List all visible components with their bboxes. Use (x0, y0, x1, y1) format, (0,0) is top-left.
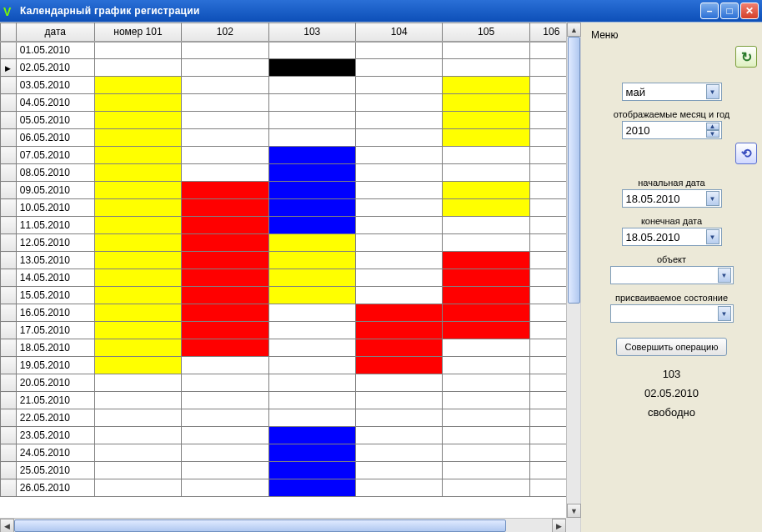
status-cell[interactable] (443, 322, 529, 339)
status-cell[interactable] (355, 322, 442, 339)
dropdown-arrow-icon[interactable]: ▼ (706, 84, 719, 99)
status-cell[interactable] (268, 409, 355, 427)
status-cell[interactable] (182, 112, 268, 129)
scroll-down-arrow[interactable]: ▼ (567, 504, 581, 518)
status-cell[interactable] (182, 357, 268, 374)
row-header[interactable] (1, 269, 17, 287)
status-cell[interactable] (355, 182, 442, 199)
date-cell[interactable]: 23.05.2010 (16, 427, 94, 444)
status-cell[interactable] (268, 217, 355, 234)
status-cell[interactable] (94, 94, 181, 112)
date-cell[interactable]: 14.05.2010 (16, 269, 94, 287)
minimize-button[interactable]: – (700, 3, 719, 19)
status-cell[interactable] (268, 444, 355, 462)
status-cell[interactable] (268, 234, 355, 252)
column-header[interactable]: 102 (182, 23, 268, 42)
table-row[interactable]: 01.05.2010 (1, 42, 574, 59)
status-cell[interactable] (355, 164, 442, 182)
date-cell[interactable]: 17.05.2010 (16, 322, 94, 339)
table-row[interactable]: 06.05.2010 (1, 129, 574, 147)
status-cell[interactable] (268, 269, 355, 287)
row-header[interactable] (1, 409, 17, 427)
status-cell[interactable] (355, 269, 442, 287)
status-cell[interactable] (355, 287, 442, 304)
date-cell[interactable]: 09.05.2010 (16, 182, 94, 199)
month-select[interactable]: май ▼ (622, 83, 722, 101)
status-cell[interactable] (268, 304, 355, 322)
status-cell[interactable] (443, 444, 529, 462)
vscroll-thumb[interactable] (568, 37, 580, 304)
status-cell[interactable] (443, 217, 529, 234)
status-cell[interactable] (182, 304, 268, 322)
table-row[interactable]: 21.05.2010 (1, 392, 574, 409)
close-button[interactable]: ✕ (740, 3, 759, 19)
maximize-button[interactable]: □ (720, 3, 739, 19)
status-cell[interactable] (268, 112, 355, 129)
refresh-button[interactable]: ↻ (735, 46, 757, 68)
status-cell[interactable] (182, 479, 268, 497)
date-cell[interactable]: 08.05.2010 (16, 164, 94, 182)
row-header[interactable] (1, 322, 17, 339)
status-cell[interactable] (443, 374, 529, 392)
status-cell[interactable] (94, 479, 181, 497)
status-cell[interactable] (443, 129, 529, 147)
row-header[interactable] (1, 444, 17, 462)
status-cell[interactable] (268, 392, 355, 409)
status-cell[interactable] (443, 304, 529, 322)
execute-operation-button[interactable]: Совершить операцию (616, 338, 728, 356)
start-date-select[interactable]: 18.05.2010 ▼ (622, 189, 722, 208)
status-cell[interactable] (94, 59, 181, 77)
date-cell[interactable]: 21.05.2010 (16, 392, 94, 409)
status-cell[interactable] (443, 164, 529, 182)
table-row[interactable]: 19.05.2010 (1, 357, 574, 374)
table-row[interactable]: 16.05.2010 (1, 304, 574, 322)
scroll-up-arrow[interactable]: ▲ (567, 23, 581, 37)
dropdown-arrow-icon[interactable]: ▼ (718, 268, 731, 283)
row-header[interactable] (1, 357, 17, 374)
date-cell[interactable]: 10.05.2010 (16, 199, 94, 217)
dropdown-arrow-icon[interactable]: ▼ (706, 191, 719, 206)
status-cell[interactable] (443, 199, 529, 217)
status-cell[interactable] (443, 234, 529, 252)
status-cell[interactable] (182, 42, 268, 59)
status-cell[interactable] (182, 444, 268, 462)
status-cell[interactable] (94, 427, 181, 444)
dropdown-arrow-icon[interactable]: ▼ (718, 306, 731, 321)
status-cell[interactable] (443, 147, 529, 164)
status-cell[interactable] (355, 479, 442, 497)
year-down-icon[interactable]: ▼ (706, 130, 719, 138)
status-cell[interactable] (268, 129, 355, 147)
table-row[interactable]: 12.05.2010 (1, 234, 574, 252)
status-cell[interactable] (268, 42, 355, 59)
status-cell[interactable] (443, 392, 529, 409)
status-cell[interactable] (268, 357, 355, 374)
date-cell[interactable]: 24.05.2010 (16, 444, 94, 462)
status-cell[interactable] (355, 217, 442, 234)
status-cell[interactable] (268, 339, 355, 357)
status-cell[interactable] (94, 42, 181, 59)
row-header[interactable] (1, 339, 17, 357)
table-row[interactable]: 09.05.2010 (1, 182, 574, 199)
status-cell[interactable] (443, 269, 529, 287)
date-cell[interactable]: 04.05.2010 (16, 94, 94, 112)
status-cell[interactable] (443, 42, 529, 59)
object-select[interactable]: ▼ (610, 266, 734, 284)
table-row[interactable]: 11.05.2010 (1, 217, 574, 234)
table-row[interactable]: 08.05.2010 (1, 164, 574, 182)
row-header[interactable] (1, 164, 17, 182)
date-cell[interactable]: 26.05.2010 (16, 479, 94, 497)
date-cell[interactable]: 19.05.2010 (16, 357, 94, 374)
end-date-select[interactable]: 18.05.2010 ▼ (622, 228, 722, 246)
date-cell[interactable]: 12.05.2010 (16, 234, 94, 252)
status-cell[interactable] (182, 129, 268, 147)
status-cell[interactable] (355, 94, 442, 112)
status-cell[interactable] (182, 339, 268, 357)
status-cell[interactable] (355, 147, 442, 164)
table-row[interactable]: 15.05.2010 (1, 287, 574, 304)
table-row[interactable]: 05.05.2010 (1, 112, 574, 129)
status-cell[interactable] (355, 129, 442, 147)
row-header[interactable] (1, 304, 17, 322)
row-header[interactable] (1, 234, 17, 252)
status-cell[interactable] (443, 409, 529, 427)
status-cell[interactable] (94, 374, 181, 392)
